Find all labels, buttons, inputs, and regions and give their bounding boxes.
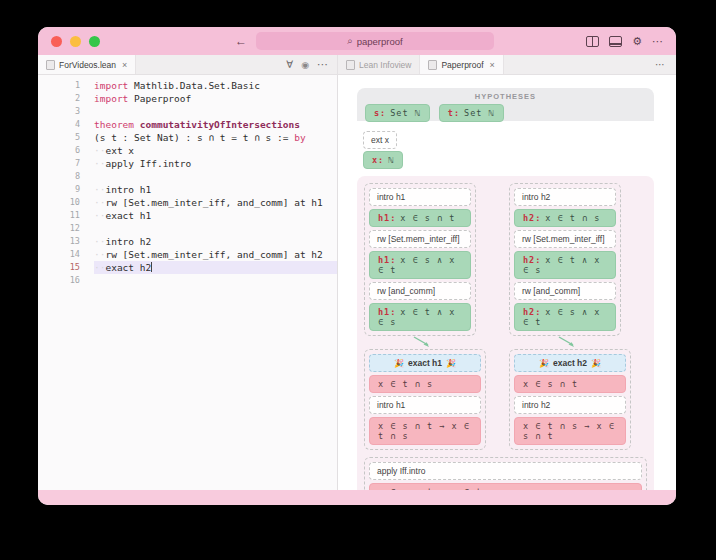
close-window-button[interactable] bbox=[51, 36, 62, 47]
code-line[interactable]: 11··exact h1 bbox=[38, 209, 337, 222]
code-line[interactable]: 16 bbox=[38, 274, 337, 287]
hypotheses-zone: HYPOTHESES s:Set ℕt:Set ℕ bbox=[357, 88, 654, 121]
split-editor-icon[interactable] bbox=[586, 36, 599, 47]
tactic-node[interactable]: apply Iff.intro bbox=[369, 462, 642, 480]
code-line[interactable]: 1import Mathlib.Data.Set.Basic bbox=[38, 79, 337, 92]
hypothesis-name: h2: bbox=[523, 307, 541, 317]
code-token: apply Iff.intro bbox=[105, 158, 191, 169]
code-token: ·· bbox=[94, 210, 105, 221]
goal-column: 🎉exact h1🎉x ∈ t ∩ sintro h1x ∈ s ∩ t → x… bbox=[364, 349, 486, 450]
code-line[interactable]: 12 bbox=[38, 222, 337, 235]
hypothesis-chip[interactable]: t:Set ℕ bbox=[439, 104, 504, 122]
tactic-node[interactable]: intro h1 bbox=[369, 396, 481, 414]
code-text[interactable]: ··apply Iff.intro bbox=[94, 157, 337, 170]
goal-chip[interactable]: x ∈ t ∩ s → x ∈ s ∩ t bbox=[514, 417, 626, 445]
code-text[interactable] bbox=[94, 170, 337, 183]
code-line[interactable]: 14··rw [Set.mem_inter_iff, and_comm] at … bbox=[38, 248, 337, 261]
hypothesis-chip[interactable]: h1:x ∈ s ∧ x ∈ t bbox=[369, 251, 471, 279]
tactic-node[interactable]: rw [Set.mem_inter_iff] bbox=[514, 230, 616, 248]
search-input[interactable]: ⌕ paperproof bbox=[256, 32, 494, 50]
line-number: 15 bbox=[38, 261, 94, 274]
hypothesis-body: x ∈ t ∩ s bbox=[545, 213, 600, 223]
exact-success-node[interactable]: 🎉exact h2🎉 bbox=[514, 354, 626, 372]
code-text[interactable]: theorem commutativityOfIntersections bbox=[94, 118, 337, 131]
tactic-node[interactable]: intro h1 bbox=[369, 188, 471, 206]
tactic-node[interactable]: rw [Set.mem_inter_iff] bbox=[369, 230, 471, 248]
code-line[interactable]: 8 bbox=[38, 170, 337, 183]
tab-forvideos-lean[interactable]: ForVideos.lean × bbox=[38, 55, 136, 74]
code-text[interactable]: import Paperproof bbox=[94, 92, 337, 105]
code-text[interactable]: (s t : Set Nat) : s ∩ t = t ∩ s := by bbox=[94, 131, 337, 144]
panel-more-icon[interactable]: ⋯ bbox=[655, 55, 676, 74]
close-tab-icon[interactable]: × bbox=[490, 60, 495, 70]
code-line[interactable]: 2import Paperproof bbox=[38, 92, 337, 105]
paperproof-icon[interactable]: ◉ bbox=[301, 60, 309, 70]
line-number: 2 bbox=[38, 92, 94, 105]
code-text[interactable]: ··exact h1 bbox=[94, 209, 337, 222]
search-icon: ⌕ bbox=[347, 35, 352, 47]
code-text[interactable]: ··intro h1 bbox=[94, 183, 337, 196]
minimize-window-button[interactable] bbox=[70, 36, 81, 47]
tactic-node[interactable]: intro h2 bbox=[514, 188, 616, 206]
tactic-node[interactable]: intro h2 bbox=[514, 396, 626, 414]
hypothesis-chip[interactable]: h2:x ∈ t ∧ x ∈ s bbox=[514, 251, 616, 279]
back-icon[interactable]: ← bbox=[235, 34, 247, 48]
goal-chip[interactable]: x ∈ s ∩ t ↔ x ∈ t ∩ s bbox=[369, 483, 642, 490]
code-text[interactable]: ··rw [Set.mem_inter_iff, and_comm] at h1 bbox=[94, 196, 337, 209]
editor-more-icon[interactable]: ⋯ bbox=[317, 58, 329, 71]
line-number: 5 bbox=[38, 131, 94, 144]
goal-chip[interactable]: x ∈ t ∩ s bbox=[369, 375, 481, 393]
code-editor[interactable]: 1import Mathlib.Data.Set.Basic2import Pa… bbox=[38, 75, 338, 490]
code-line[interactable]: 7··apply Iff.intro bbox=[38, 157, 337, 170]
tab-paperproof[interactable]: Paperproof × bbox=[420, 55, 503, 74]
code-line[interactable]: 4theorem commutativityOfIntersections bbox=[38, 118, 337, 131]
hypothesis-chip[interactable]: h1:x ∈ s ∩ t bbox=[369, 209, 471, 227]
hypothesis-chip[interactable]: h2:x ∈ s ∧ x ∈ t bbox=[514, 303, 616, 331]
close-tab-icon[interactable]: × bbox=[122, 60, 127, 70]
party-popper-icon: 🎉 bbox=[591, 359, 601, 368]
code-text[interactable] bbox=[94, 274, 337, 287]
code-line[interactable]: 15··exact h2 bbox=[38, 261, 337, 274]
code-token: (s t : Set Nat) : s ∩ t = t ∩ s := bbox=[94, 132, 294, 143]
code-text[interactable]: ··ext x bbox=[94, 144, 337, 157]
code-text[interactable] bbox=[94, 105, 337, 118]
maximize-window-button[interactable] bbox=[89, 36, 100, 47]
exact-success-node[interactable]: 🎉exact h1🎉 bbox=[369, 354, 481, 372]
tab-bar: ForVideos.lean × ∀ ◉ ⋯ Lean Infoview Pap… bbox=[38, 55, 676, 75]
code-line[interactable]: 9··intro h1 bbox=[38, 183, 337, 196]
tab-lean-infoview[interactable]: Lean Infoview bbox=[338, 55, 420, 74]
hypothesis-chip[interactable]: s:Set ℕ bbox=[365, 104, 430, 122]
file-icon bbox=[428, 60, 437, 70]
code-text[interactable]: ··intro h2 bbox=[94, 235, 337, 248]
line-number: 4 bbox=[38, 118, 94, 131]
tactic-node-ext[interactable]: ext x bbox=[363, 131, 397, 149]
tactic-node[interactable]: rw [and_comm] bbox=[369, 282, 471, 300]
goal-column: 🎉exact h2🎉x ∈ s ∩ tintro h2x ∈ t ∩ s → x… bbox=[509, 349, 631, 450]
code-text[interactable]: import Mathlib.Data.Set.Basic bbox=[94, 79, 337, 92]
line-number: 3 bbox=[38, 105, 94, 118]
code-text[interactable]: ··rw [Set.mem_inter_iff, and_comm] at h2 bbox=[94, 248, 337, 261]
code-line[interactable]: 3 bbox=[38, 105, 337, 118]
tactic-node[interactable]: rw [and_comm] bbox=[514, 282, 616, 300]
more-actions-icon[interactable]: ⋯ bbox=[652, 35, 664, 48]
lean-infoview-icon[interactable]: ∀ bbox=[286, 59, 293, 70]
goal-chip[interactable]: x ∈ s ∩ t bbox=[514, 375, 626, 393]
arrow-row bbox=[364, 336, 647, 349]
code-text[interactable] bbox=[94, 222, 337, 235]
status-bar bbox=[38, 490, 676, 505]
line-number: 14 bbox=[38, 248, 94, 261]
hypothesis-chip[interactable]: h2:x ∈ t ∩ s bbox=[514, 209, 616, 227]
toggle-panel-icon[interactable] bbox=[609, 36, 622, 47]
hypothesis-column: intro h2h2:x ∈ t ∩ srw [Set.mem_inter_if… bbox=[509, 183, 621, 336]
code-text[interactable]: ··exact h2 bbox=[94, 261, 337, 274]
hypothesis-chip[interactable]: h1:x ∈ t ∧ x ∈ s bbox=[369, 303, 471, 331]
hypothesis-name: h1: bbox=[378, 307, 396, 317]
code-line[interactable]: 10··rw [Set.mem_inter_iff, and_comm] at … bbox=[38, 196, 337, 209]
hypothesis-chip-x[interactable]: x:ℕ bbox=[363, 151, 403, 169]
code-line[interactable]: 6··ext x bbox=[38, 144, 337, 157]
code-line[interactable]: 13··intro h2 bbox=[38, 235, 337, 248]
code-line[interactable]: 5(s t : Set Nat) : s ∩ t = t ∩ s := by bbox=[38, 131, 337, 144]
code-token: ·· bbox=[94, 184, 105, 195]
goal-chip[interactable]: x ∈ s ∩ t → x ∈ t ∩ s bbox=[369, 417, 481, 445]
gear-icon[interactable]: ⚙ bbox=[632, 36, 642, 47]
